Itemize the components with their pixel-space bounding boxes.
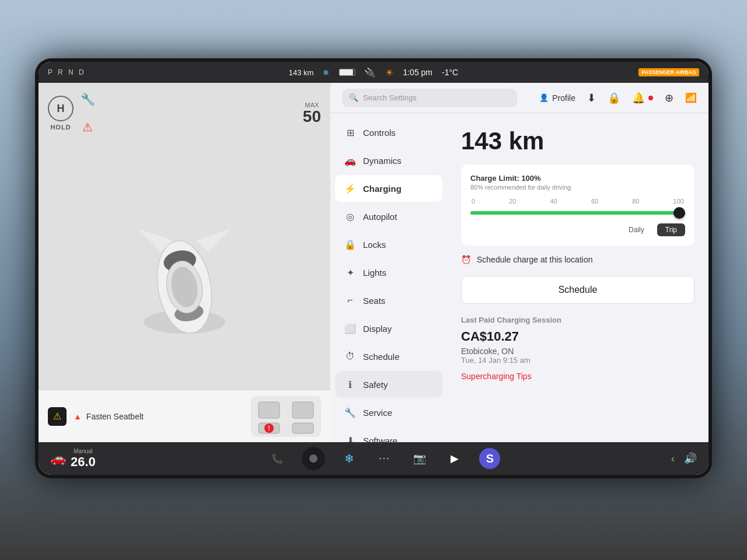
schedule-button[interactable]: Schedule [461,276,694,304]
controls-label: Controls [363,128,396,138]
signal-icon: 📶 [685,92,697,103]
clock: 1:05 pm [403,68,432,77]
seat-diagram-svg: ! [254,397,318,435]
plug-icon: 🔌 [364,67,376,78]
sidebar-item-service[interactable]: 🔧 Service [335,399,442,426]
slider-fill [470,211,685,215]
status-bar: P R N D 143 km ❄ 🔌 ☀ 1:05 pm -1°C PASSEN… [39,62,708,83]
last-session-location: Etobicoke, ON [461,346,694,356]
last-session-amount: CA$10.27 [461,329,694,344]
schedule-charge-icon: ⏰ [461,255,471,264]
safety-icon: ℹ [344,379,356,390]
profile-icon: 👤 [539,93,549,102]
lights-label: Lights [363,268,386,278]
music-icon-taskbar[interactable]: S [479,448,500,469]
dynamics-icon: 🚗 [344,155,356,166]
sidebar-item-schedule[interactable]: ⏱ Schedule [335,343,442,370]
schedule-row: ⏰ Schedule charge at this location [461,255,694,264]
right-header: 🔍 Search Settings 👤 Profile ⬇ 🔒 [330,83,708,113]
profile-item[interactable]: 👤 Profile [539,93,575,103]
speed-value: 26.0 [71,454,96,470]
status-bar-center: 143 km ❄ 🔌 ☀ 1:05 pm -1°C [289,67,458,78]
phone-icon-taskbar[interactable]: 📞 [267,448,288,469]
alert-message: Fasten Seatbelt [86,412,144,421]
notification-dot [648,96,653,100]
sidebar-item-display[interactable]: ⬜ Display [335,315,442,342]
car-info-top: H HOLD 🔧 ⚠ MAX 50 [39,83,330,144]
autopilot-icon: ◎ [344,211,356,222]
schedule-label: Schedule [363,352,400,362]
sidebar-item-seats[interactable]: ⌐ Seats [335,287,442,314]
sidebar-item-autopilot[interactable]: ◎ Autopilot [335,203,442,230]
sidebar-item-lights[interactable]: ✦ Lights [335,259,442,286]
display-label: Display [363,324,392,334]
search-box[interactable]: 🔍 Search Settings [342,89,517,107]
camera-icon-taskbar[interactable]: 📷 [409,448,430,469]
supercharging-tips-link[interactable]: Supercharging Tips [461,372,694,381]
bell-icon-item[interactable]: 🔔 [632,92,653,104]
software-icon: ⬇ [344,435,356,442]
header-icons: 👤 Profile ⬇ 🔒 🔔 [539,92,697,104]
service-label: Service [363,408,392,418]
battery-icon [338,69,355,76]
more-icon-taskbar[interactable]: ··· [374,448,395,469]
bottom-taskbar: 🚗 Manual 26.0 📞 ❄ ··· 📷 ▶ S ‹ 🔊 [39,442,708,475]
alert-warning-icon: ⚠ [48,407,67,426]
sidebar-item-dynamics[interactable]: 🚗 Dynamics [335,147,442,174]
signal-icon-item[interactable]: 📶 [685,92,697,103]
right-body: ⊞ Controls 🚗 Dynamics ⚡ Charging ◎ [330,113,708,442]
passenger-airbag-badge: PASSENGER AIRBAG [638,68,699,76]
daily-button[interactable]: Daily [620,223,652,236]
media-icon-taskbar[interactable]: ▶ [444,448,465,469]
home-button[interactable] [302,447,325,470]
detail-area: 143 km Charge Limit: 100% 80% recommende… [447,113,708,442]
charge-limit-title: Charge Limit: 100% [470,174,685,183]
volume-icon[interactable]: 🔊 [684,452,697,465]
last-session-date: Tue, 14 Jan 9:15 am [461,356,694,365]
snowflake-icon-taskbar[interactable]: ❄ [339,448,360,469]
tire-pressure-icon: 🔧 [78,90,97,108]
download-icon-item[interactable]: ⬇ [587,92,596,104]
alert-triangle-icon: ▲ [74,412,82,421]
screen-inner: P R N D 143 km ❄ 🔌 ☀ 1:05 pm -1°C PASSEN… [39,62,708,475]
car-svg [126,205,243,380]
speed-limit-display: MAX 50 [303,102,321,125]
daily-trip-buttons: Daily Trip [470,223,685,236]
gear-indicator: P R N D [48,68,86,76]
locks-label: Locks [363,240,386,250]
chevron-left-icon[interactable]: ‹ [671,453,675,465]
sun-icon: ☀ [385,67,393,78]
charge-limit-subtitle: 80% recommended for daily driving [470,184,685,191]
bell-icon: 🔔 [632,92,645,104]
sidebar-item-locks[interactable]: 🔒 Locks [335,231,442,258]
search-icon: 🔍 [349,93,358,102]
alert-box: ⚠ ▲ Fasten Seatbelt [39,390,330,442]
main-content: H HOLD 🔧 ⚠ MAX 50 [39,83,708,442]
sidebar-item-software[interactable]: ⬇ Software [335,427,442,442]
sidebar-item-controls[interactable]: ⊞ Controls [335,119,442,146]
home-dot [309,454,317,463]
charge-slider-container[interactable] [470,207,685,219]
manual-label: Manual [74,448,93,454]
slider-thumb[interactable] [673,207,685,219]
svg-rect-6 [259,402,280,418]
bluetooth-icon-item[interactable]: ⊕ [665,92,673,104]
status-bar-right: PASSENGER AIRBAG [638,68,699,76]
range-km: 143 km [461,127,694,155]
sidebar-item-safety[interactable]: ℹ Safety [335,371,442,398]
snowflake-icon: ❄ [323,68,329,77]
seatbelt-icon: ⚠ [78,118,97,136]
lock-icon-item[interactable]: 🔒 [608,92,620,104]
seats-label: Seats [363,296,385,306]
service-icon: 🔧 [344,407,356,418]
search-placeholder: Search Settings [363,93,417,102]
svg-rect-7 [292,402,313,418]
lock-icon: 🔒 [608,92,620,104]
taskbar-center: 📞 ❄ ··· 📷 ▶ S [267,447,500,470]
sidebar-item-charging[interactable]: ⚡ Charging [335,175,442,202]
download-icon: ⬇ [587,92,596,104]
hold-circle: H [48,96,74,121]
safety-label: Safety [363,380,388,390]
charge-limit-card: Charge Limit: 100% 80% recommended for d… [461,164,694,246]
trip-button[interactable]: Trip [657,223,685,236]
